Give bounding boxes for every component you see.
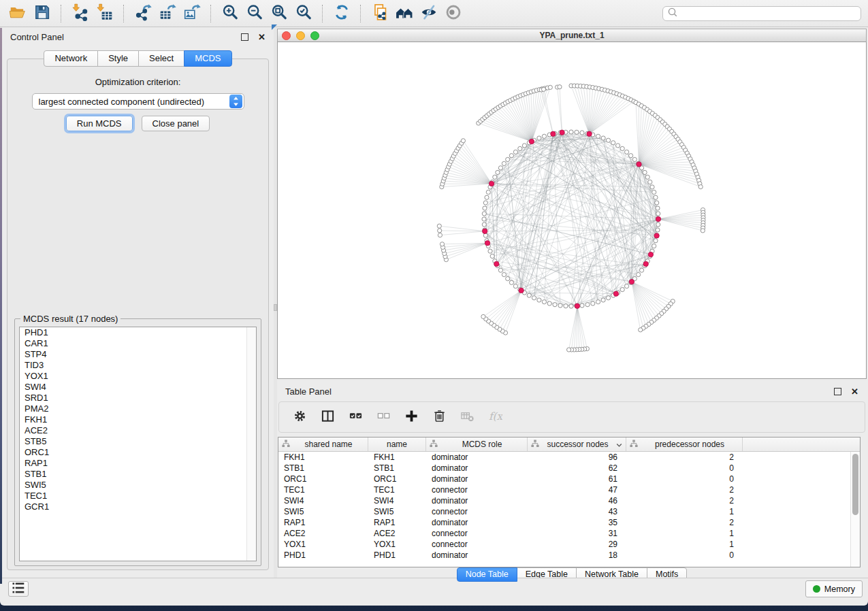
column-header-name[interactable]: name — [368, 437, 426, 451]
table-scrollbar[interactable] — [850, 452, 860, 567]
control-panel-close-button[interactable]: ✕ — [258, 34, 266, 41]
column-header-successor-nodes[interactable]: successor nodes — [528, 437, 626, 451]
tab-select[interactable]: Select — [138, 50, 184, 67]
table-scrollbar-thumb[interactable] — [852, 454, 858, 515]
table-row[interactable]: ACE2ACE2connector311 — [278, 528, 860, 539]
mcds-result-item[interactable]: GCR1 — [20, 501, 256, 512]
export-network-icon — [134, 3, 152, 23]
mcds-result-item[interactable]: FKH1 — [20, 414, 256, 425]
mcds-result-item[interactable]: RAP1 — [20, 458, 256, 469]
mcds-result-item[interactable]: SRD1 — [20, 393, 256, 403]
sort-chevron-icon[interactable] — [616, 438, 622, 450]
zoom-in-icon — [221, 3, 239, 23]
zoom-in-button[interactable] — [218, 3, 242, 24]
table-panel-float-button[interactable] — [834, 388, 841, 395]
mcds-result-group: MCDS result (17 nodes) PHD1CAR1STP4TID3Y… — [14, 318, 261, 566]
gear-button[interactable] — [291, 409, 308, 425]
zoom-fit-button[interactable] — [267, 3, 291, 24]
tab-network[interactable]: Network — [44, 50, 98, 67]
column-header-label: shared name — [293, 440, 364, 449]
deselect-all-button[interactable] — [375, 409, 391, 425]
table-cell: 0 — [626, 474, 743, 484]
import-table-button[interactable] — [93, 3, 117, 24]
mcds-result-item[interactable]: ORC1 — [20, 447, 256, 458]
mcds-list-scrollbar[interactable] — [246, 327, 256, 561]
table-row[interactable]: YOX1YOX1connector291 — [278, 539, 860, 550]
mcds-result-item[interactable]: ACE2 — [20, 425, 256, 436]
run-mcds-button[interactable]: Run MCDS — [66, 116, 133, 131]
table-cell: dominator — [426, 495, 528, 506]
mcds-result-list[interactable]: PHD1CAR1STP4TID3YOX1SWI4SRD1PMA2FKH1ACE2… — [19, 327, 257, 561]
column-header-MCDS-role[interactable]: MCDS role — [426, 437, 528, 451]
share-document-button[interactable] — [368, 3, 392, 24]
add-button[interactable] — [403, 409, 419, 425]
optimization-label: Optimization criterion: — [7, 77, 268, 87]
table-cell: RAP1 — [368, 517, 426, 528]
table-cell: SWI4 — [368, 495, 426, 506]
search-input[interactable] — [681, 8, 856, 19]
hide-selected-button[interactable] — [417, 3, 441, 24]
mcds-result-item[interactable]: SWI5 — [20, 480, 256, 491]
zoom-out-button[interactable] — [242, 3, 267, 24]
table-row[interactable]: TEC1TEC1connector472 — [278, 484, 860, 495]
import-network-button[interactable] — [68, 3, 93, 24]
table-cell: 35 — [528, 517, 626, 528]
mcds-result-item[interactable]: STB5 — [20, 436, 256, 447]
export-table-button[interactable] — [155, 3, 180, 24]
table-row[interactable]: ORC1ORC1dominator610 — [278, 474, 860, 484]
export-image-button[interactable] — [180, 3, 204, 24]
table-cell: STB1 — [278, 463, 368, 474]
homes-button[interactable] — [392, 3, 417, 24]
trash-button[interactable] — [431, 409, 447, 425]
open-button[interactable] — [5, 3, 30, 24]
table-row[interactable]: STB1STB1dominator620 — [278, 463, 860, 474]
zoom-selected-button[interactable] — [291, 3, 316, 24]
mcds-result-item[interactable]: TID3 — [20, 360, 256, 371]
mcds-result-item[interactable]: STB1 — [20, 469, 256, 480]
columns-button[interactable] — [319, 409, 336, 425]
table-row[interactable]: SWI4SWI4dominator462 — [278, 495, 860, 506]
export-table-icon — [159, 3, 176, 23]
table-row[interactable]: PHD1PHD1dominator180 — [278, 550, 860, 561]
select-all-button[interactable] — [347, 409, 364, 425]
control-panel-float-button[interactable] — [241, 33, 248, 41]
mcds-result-item[interactable]: TEC1 — [20, 491, 256, 501]
control-panel: Control Panel ✕ NetworkStyleSelectMCDS O… — [2, 28, 274, 578]
table-panel-close-button[interactable]: ✕ — [851, 389, 858, 395]
tab-mcds[interactable]: MCDS — [184, 50, 231, 67]
network-canvas[interactable] — [277, 42, 867, 379]
table-row[interactable]: FKH1FKH1dominator962 — [278, 452, 860, 463]
mcds-result-item[interactable]: STP4 — [20, 349, 256, 360]
refresh-button[interactable] — [329, 3, 354, 24]
close-mcds-panel-button[interactable]: Close panel — [142, 116, 210, 131]
tab-style[interactable]: Style — [97, 50, 139, 67]
tree-icon — [531, 438, 539, 450]
mcds-result-item[interactable]: YOX1 — [20, 371, 256, 382]
mcds-result-item[interactable]: SWI4 — [20, 382, 256, 393]
column-header-shared-name[interactable]: shared name — [278, 437, 368, 451]
table-cell: RAP1 — [278, 517, 368, 528]
search-field[interactable] — [662, 6, 861, 21]
tab-node-table[interactable]: Node Table — [457, 567, 517, 582]
table-row[interactable]: RAP1RAP1dominator352 — [278, 517, 860, 528]
table-cell: YOX1 — [368, 539, 426, 550]
control-panel-title: Control Panel — [10, 32, 64, 42]
delete-column-icon — [460, 409, 475, 425]
show-preview-button[interactable] — [441, 3, 466, 24]
column-header-predecessor-nodes[interactable]: predecessor nodes — [626, 437, 743, 451]
frame-focus-marker-icon — [272, 24, 277, 30]
toolbar-separator — [123, 5, 125, 22]
mcds-result-item[interactable]: PMA2 — [20, 403, 256, 414]
select-all-icon — [349, 409, 363, 425]
table-cell: ACE2 — [278, 528, 368, 539]
table-cell: 62 — [528, 463, 626, 474]
optimization-select[interactable]: largest connected component (undirected) — [32, 93, 244, 110]
table-row[interactable]: SWI5SWI5connector431 — [278, 506, 860, 517]
status-list-button[interactable] — [8, 581, 29, 597]
memory-button[interactable]: Memory — [805, 580, 863, 597]
export-network-button[interactable] — [131, 3, 155, 24]
mcds-result-item[interactable]: CAR1 — [20, 338, 256, 349]
network-window-titlebar[interactable]: YPA_prune.txt_1 — [277, 29, 867, 42]
save-button[interactable] — [30, 3, 54, 24]
mcds-result-item[interactable]: PHD1 — [20, 327, 256, 338]
